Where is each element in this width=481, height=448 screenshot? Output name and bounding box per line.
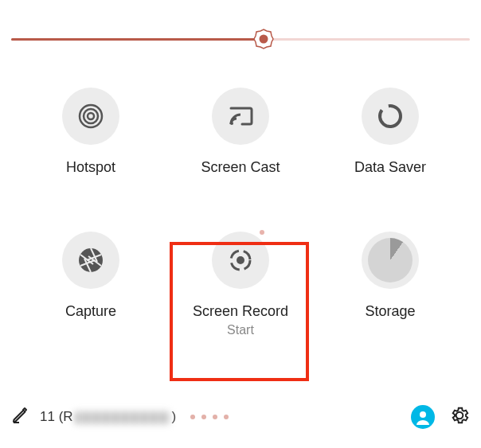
svg-point-2 — [88, 113, 94, 119]
quick-settings-grid: Hotspot Screen Cast Data Saver — [24, 88, 457, 337]
slider-fill — [11, 38, 264, 41]
page-indicator-dots — [190, 415, 229, 419]
footer-bar: 11 (R) — [11, 403, 470, 430]
build-version-text: 11 (R) — [40, 409, 176, 425]
brightness-slider[interactable] — [11, 32, 470, 48]
svg-point-3 — [84, 109, 98, 123]
tile-datasaver[interactable]: Data Saver — [330, 88, 450, 176]
tile-label: Data Saver — [354, 159, 426, 176]
svg-point-6 — [376, 102, 405, 131]
tile-storage[interactable]: Storage — [330, 232, 450, 337]
tile-label: Screen Record — [193, 303, 288, 320]
svg-point-5 — [230, 122, 233, 125]
svg-point-15 — [237, 256, 244, 264]
tile-label: Hotspot — [66, 159, 115, 176]
svg-point-1 — [259, 35, 268, 44]
user-avatar[interactable] — [411, 405, 435, 429]
cast-icon — [212, 88, 269, 145]
tile-label: Capture — [65, 303, 116, 320]
tile-hotspot[interactable]: Hotspot — [31, 88, 151, 176]
tile-capture[interactable]: Capture — [31, 232, 151, 337]
gear-icon[interactable] — [449, 405, 470, 429]
storage-icon — [362, 232, 419, 289]
aperture-icon — [62, 232, 119, 289]
datasaver-icon — [362, 88, 419, 145]
svg-point-7 — [79, 248, 103, 272]
recording-indicator-dot — [260, 230, 264, 235]
tile-label: Screen Cast — [201, 159, 280, 176]
tile-sublabel: Start — [227, 323, 254, 337]
hotspot-icon — [62, 88, 119, 145]
tile-screenrecord[interactable]: Screen Record Start — [181, 232, 300, 337]
svg-point-17 — [420, 411, 426, 418]
tile-label: Storage — [365, 303, 415, 320]
record-icon — [212, 232, 269, 289]
tile-screencast[interactable]: Screen Cast — [181, 88, 300, 176]
slider-thumb[interactable] — [252, 28, 275, 50]
edit-icon[interactable] — [11, 406, 30, 428]
obscured-text — [75, 411, 170, 424]
